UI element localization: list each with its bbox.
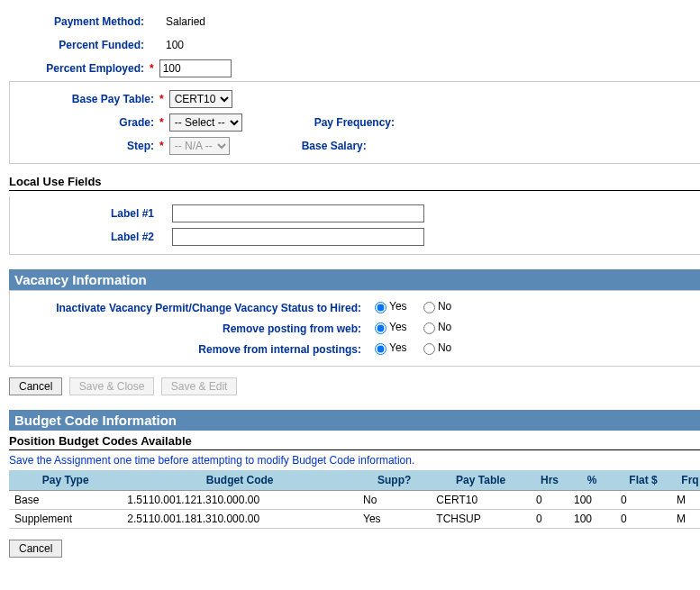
grade-select[interactable]: -- Select -- (169, 113, 242, 132)
vacancy-q1-yes[interactable]: Yes (370, 299, 407, 313)
label-2: Label #2 (19, 231, 159, 243)
cell-budget_code: 1.5110.001.121.310.000.00 (122, 491, 358, 510)
local-use-title: Local Use Fields (9, 175, 700, 191)
cell-supp: Yes (358, 510, 431, 529)
budget-hint: Save the Assignment one time before atte… (9, 454, 700, 467)
step-label: Step: (19, 140, 159, 152)
vacancy-q1-label: Inactivate Vacancy Permit/Change Vacancy… (19, 302, 370, 314)
vacancy-q3-no[interactable]: No (419, 340, 451, 355)
col-budget-code: Budget Code (122, 470, 358, 491)
grade-label: Grade: (19, 116, 159, 129)
cell-frq: M (671, 491, 700, 510)
percent-employed-label: Percent Employed: (9, 62, 150, 75)
save-close-button: Save & Close (69, 377, 155, 395)
table-row: Base1.5110.001.121.310.000.00NoCERT10010… (9, 491, 700, 510)
col-frq: Frq (671, 470, 700, 491)
cancel-button-bottom[interactable]: Cancel (9, 540, 62, 558)
pay-frequency-label: Pay Frequency: (242, 116, 395, 129)
vacancy-q3-yes[interactable]: Yes (370, 340, 407, 355)
cell-hrs: 0 (531, 510, 568, 529)
col-flat: Flat $ (615, 470, 671, 491)
required-marker: * (159, 93, 169, 105)
cell-pay_table: CERT10 (431, 491, 531, 510)
cell-pct: 100 (568, 510, 615, 529)
percent-employed-input[interactable] (159, 59, 232, 77)
percent-funded-value: 100 (162, 39, 184, 51)
col-pay-type: Pay Type (9, 470, 122, 491)
label-1-input[interactable] (172, 204, 424, 222)
vacancy-info-title: Vacancy Information (9, 269, 700, 290)
required-marker: * (150, 62, 159, 75)
col-pct: % (568, 470, 615, 491)
cell-hrs: 0 (531, 491, 568, 510)
col-supp: Supp? (358, 470, 431, 491)
col-hrs: Hrs (531, 470, 568, 491)
save-edit-button: Save & Edit (161, 377, 238, 395)
budget-table: Pay Type Budget Code Supp? Pay Table Hrs… (9, 470, 700, 529)
cell-frq: M (671, 510, 700, 529)
vacancy-q1-no[interactable]: No (419, 299, 451, 313)
budget-subtitle: Position Budget Codes Available (9, 434, 700, 450)
base-pay-table-label: Base Pay Table: (19, 93, 159, 105)
label-1: Label #1 (19, 207, 159, 220)
vacancy-q2-no[interactable]: No (419, 320, 451, 334)
required-marker: * (159, 116, 169, 129)
step-select: -- N/A -- (169, 137, 230, 155)
vacancy-q3-label: Remove from internal postings: (19, 343, 370, 356)
budget-code-title: Budget Code Information (9, 410, 700, 431)
cancel-button[interactable]: Cancel (9, 377, 62, 395)
required-marker: * (159, 140, 169, 152)
cell-flat: 0 (615, 510, 671, 529)
cell-supp: No (358, 491, 431, 510)
cell-budget_code: 2.5110.001.181.310.000.00 (122, 510, 358, 529)
payment-method-label: Payment Method: (9, 15, 150, 28)
base-pay-table-select[interactable]: CERT10 (169, 90, 232, 108)
table-row: Supplement2.5110.001.181.310.000.00YesTC… (9, 510, 700, 529)
cell-pay_type: Supplement (9, 510, 122, 529)
cell-pct: 100 (568, 491, 615, 510)
cell-pay_type: Base (9, 491, 122, 510)
cell-pay_table: TCHSUP (431, 510, 531, 529)
percent-funded-label: Percent Funded: (9, 39, 150, 51)
col-pay-table: Pay Table (431, 470, 531, 491)
label-2-input[interactable] (172, 228, 424, 246)
payment-method-value: Salaried (162, 15, 205, 28)
base-salary-label: Base Salary: (230, 140, 367, 152)
vacancy-q2-yes[interactable]: Yes (370, 320, 407, 334)
vacancy-q2-label: Remove posting from web: (19, 322, 370, 335)
cell-flat: 0 (615, 491, 671, 510)
